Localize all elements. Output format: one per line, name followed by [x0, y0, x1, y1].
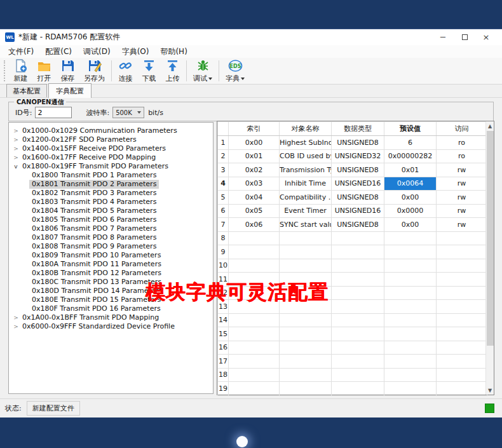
open-button[interactable]: 打开 [32, 58, 56, 84]
cell-index[interactable] [229, 259, 280, 273]
connect-button[interactable]: 连接 [114, 58, 137, 84]
table-scrollbar[interactable]: ▲ ▼ [485, 121, 494, 395]
tree-item[interactable]: 0x1807 Transmit PDO 8 Parameters [9, 233, 213, 242]
cell-access[interactable]: rw [437, 191, 487, 205]
cell-index[interactable] [229, 368, 280, 382]
table-row[interactable]: 10x00Highest SubInde...UNSIGNED86ro [218, 136, 487, 150]
upload-button[interactable]: 上传 [161, 58, 184, 84]
header-data-type[interactable]: 数据类型 [332, 122, 384, 136]
close-button[interactable]: × [475, 31, 497, 44]
cell-access[interactable] [437, 273, 487, 287]
table-row[interactable]: 70x06SYNC start valueUNSIGNED80x00rw [218, 218, 487, 232]
cell-type[interactable]: UNSIGNED8 [332, 191, 384, 205]
table-row[interactable]: 30x02Transmission TypeUNSIGNED80x01rw [218, 163, 487, 177]
table-row[interactable]: 17 [218, 355, 487, 369]
chevron-right-icon[interactable]: > [12, 322, 20, 331]
table-row[interactable]: 50x04Compatibility ...UNSIGNED80x00rw [218, 191, 487, 205]
cell-name[interactable]: Inhibit Time [280, 177, 332, 191]
cell-access[interactable] [437, 355, 487, 369]
cell-name[interactable]: Compatibility ... [280, 191, 332, 205]
cell-name[interactable] [280, 355, 332, 369]
cell-type[interactable] [332, 231, 384, 245]
header-index[interactable]: 索引 [229, 122, 280, 136]
cell-access[interactable]: ro [437, 136, 487, 150]
cell-type[interactable] [332, 382, 384, 396]
cell-access[interactable] [437, 327, 487, 341]
cell-access[interactable] [437, 231, 487, 245]
cell-type[interactable] [332, 368, 384, 382]
tab-basic-config[interactable]: 基本配置 [6, 84, 47, 97]
chevron-right-icon[interactable]: > [12, 126, 20, 135]
tree-item[interactable]: >0x1400-0x15FF Receive PDO Parameters [9, 144, 213, 153]
minimize-button[interactable]: ─ [432, 31, 454, 44]
tree-item[interactable]: 0x1809 Transmit PDO 10 Parameters [9, 251, 213, 260]
cell-name[interactable] [280, 259, 332, 273]
header-preset-value[interactable]: 预设值 [384, 122, 437, 136]
cell-type[interactable] [332, 341, 384, 355]
cell-index[interactable] [229, 231, 280, 245]
cell-type[interactable]: UNSIGNED32 [332, 149, 384, 163]
chevron-right-icon[interactable]: > [12, 135, 20, 144]
dictionary-button[interactable]: EDS 字典 [221, 58, 249, 84]
cell-type[interactable] [332, 313, 384, 327]
tree-item[interactable]: 0x1805 Transmit PDO 6 Parameters [9, 215, 213, 224]
scrollbar-thumb[interactable] [487, 131, 494, 346]
cell-name[interactable]: Event Timer [280, 204, 332, 218]
cell-index[interactable] [229, 327, 280, 341]
cell-type[interactable] [332, 355, 384, 369]
cell-access[interactable]: ro [437, 149, 487, 163]
cell-type[interactable] [332, 327, 384, 341]
cell-access[interactable] [437, 286, 487, 300]
table-row[interactable]: 8 [218, 231, 487, 245]
cell-preset[interactable] [384, 355, 437, 369]
cell-type[interactable] [332, 273, 384, 287]
cell-access[interactable] [437, 341, 487, 355]
cell-name[interactable] [280, 341, 332, 355]
cell-preset[interactable] [384, 327, 437, 341]
cell-access[interactable]: rw [437, 218, 487, 232]
tree-item[interactable]: 0x180A Transmit PDO 11 Parameters [9, 260, 213, 269]
menu-help[interactable]: 帮助(H) [154, 45, 193, 58]
cell-index[interactable] [229, 355, 280, 369]
cell-preset[interactable] [384, 245, 437, 259]
chevron-right-icon[interactable]: > [12, 153, 20, 162]
cell-type[interactable]: UNSIGNED8 [332, 163, 384, 177]
tree-item[interactable]: 0x1804 Transmit PDO 5 Parameters [9, 207, 213, 215]
chevron-right-icon[interactable]: > [12, 144, 20, 153]
cell-name[interactable] [280, 245, 332, 259]
cell-type[interactable] [332, 286, 384, 300]
debug-button[interactable]: 调试 [189, 58, 217, 84]
cell-name[interactable]: Transmission Type [280, 163, 332, 177]
tree-item[interactable]: >0x1200-0x12FF SDO Parameters [9, 135, 213, 144]
menu-config[interactable]: 配置(C) [39, 45, 78, 58]
tree-item[interactable]: 0x1802 Transmit PDO 3 Parameters [9, 189, 213, 198]
menu-file[interactable]: 文件(F) [3, 45, 39, 58]
tree-item[interactable]: 0x1808 Transmit PDO 9 Parameters [9, 242, 213, 251]
tree-item[interactable]: 0x1800 Transmit PDO 1 Parameters [9, 171, 213, 180]
cell-preset[interactable]: 0x0000 [384, 204, 437, 218]
table-row[interactable]: 20x01COB ID used by ...UNSIGNED320x00000… [218, 149, 487, 163]
tree-item[interactable]: >0x6000-0x9FFF Standardized Device Profi… [9, 322, 213, 331]
maximize-button[interactable] [454, 31, 475, 44]
cell-access[interactable] [437, 382, 487, 396]
cell-index[interactable]: 0x02 [229, 163, 280, 177]
save-button[interactable]: 保存 [56, 58, 79, 84]
cell-index[interactable] [229, 341, 280, 355]
cell-index[interactable]: 0x04 [229, 191, 280, 205]
cell-index[interactable] [229, 245, 280, 259]
tree-item[interactable]: 0x1803 Transmit PDO 4 Parameters [9, 198, 213, 207]
baud-select[interactable]: 500K [112, 107, 144, 118]
cell-access[interactable]: rw [437, 204, 487, 218]
chevron-down-icon[interactable]: v [12, 162, 20, 171]
tab-dictionary-config[interactable]: 字典配置 [48, 83, 92, 98]
cell-preset[interactable]: 0x00 [384, 191, 437, 205]
cell-access[interactable] [437, 259, 487, 273]
cell-name[interactable] [280, 382, 332, 396]
cell-type[interactable]: UNSIGNED8 [332, 218, 384, 232]
cell-name[interactable] [280, 327, 332, 341]
download-button[interactable]: 下载 [137, 58, 161, 84]
tree-item[interactable]: >0x1000-0x1029 Communication Parameters [9, 126, 213, 135]
cell-preset[interactable]: 0x00 [384, 218, 437, 232]
cell-index[interactable]: 0x06 [229, 218, 280, 232]
tree-item[interactable]: v0x1800-0x19FF Transmit PDO Parameters [9, 162, 213, 171]
